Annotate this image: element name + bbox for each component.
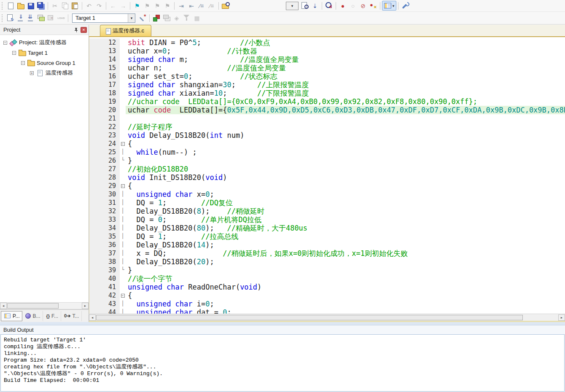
tab-books[interactable]: B... — [23, 311, 43, 321]
line-number[interactable]: 17 — [89, 81, 120, 89]
line-number[interactable]: 12 — [89, 38, 120, 47]
line-number[interactable]: 29 — [89, 182, 120, 190]
window-views-icon[interactable]: ▾ — [382, 1, 396, 11]
open-file-icon[interactable] — [16, 1, 26, 11]
line-number[interactable]: 18 — [89, 89, 120, 97]
clear-bookmarks-icon[interactable]: ⚑ — [162, 1, 172, 11]
editor-horizontal-scrollbar[interactable]: ◄ ► — [89, 314, 565, 321]
line-number[interactable]: 19 — [89, 97, 120, 106]
navigate-back-icon[interactable]: ← — [108, 1, 118, 11]
line-number[interactable]: 23 — [89, 131, 120, 140]
configuration-icon[interactable] — [400, 1, 410, 11]
next-bookmark-icon[interactable]: ⚑ — [152, 1, 162, 11]
line-number[interactable]: 39 — [89, 266, 120, 274]
incremental-find-icon[interactable]: ⇣ — [310, 1, 320, 11]
line-number[interactable]: 43 — [89, 300, 120, 308]
file-extensions-icon[interactable] — [161, 13, 172, 23]
batch-build-icon[interactable] — [36, 13, 46, 23]
insert-bookmark-icon[interactable]: ⚑ — [132, 1, 142, 11]
tree-item[interactable]: −Source Group 1 — [0, 58, 89, 68]
toolbar-gripper[interactable] — [2, 2, 4, 10]
code-editor[interactable]: 12sbit DIAN = P0^5; //小数点13uchar x=0; //… — [89, 37, 565, 314]
insert-breakpoint-icon[interactable]: ● — [338, 1, 348, 11]
scroll-right-arrow-icon[interactable]: ► — [82, 303, 89, 309]
paste-icon[interactable] — [70, 1, 80, 11]
tab-functions[interactable]: {}F... — [43, 311, 61, 321]
line-number[interactable]: 41 — [89, 283, 120, 291]
line-number[interactable]: 42 — [89, 291, 120, 300]
translate-file-icon[interactable] — [5, 13, 16, 23]
find-in-files-icon[interactable] — [221, 1, 231, 11]
unindent-icon[interactable]: ⇤ — [186, 1, 196, 11]
save-all-icon[interactable] — [36, 1, 46, 11]
line-number[interactable]: 37 — [89, 249, 120, 258]
line-number[interactable]: 32 — [89, 207, 120, 215]
previous-bookmark-icon[interactable]: ⚑ — [142, 1, 152, 11]
scroll-left-arrow-icon[interactable]: ◄ — [0, 303, 7, 309]
scrollbar-thumb[interactable] — [96, 315, 523, 320]
scroll-left-arrow-icon[interactable]: ◄ — [89, 314, 96, 321]
build-target-icon[interactable] — [16, 13, 26, 23]
line-number[interactable]: 28 — [89, 173, 120, 182]
software-packs-icon[interactable]: ▦ — [192, 13, 202, 23]
collapse-box-icon[interactable]: − — [3, 41, 7, 45]
navigate-forward-icon[interactable]: → — [118, 1, 128, 11]
line-number[interactable]: 31 — [89, 199, 120, 207]
tree-item[interactable]: +温度传感器 — [0, 68, 89, 78]
kill-all-breakpoints-icon[interactable] — [368, 1, 378, 11]
line-number[interactable]: 15 — [89, 64, 120, 72]
indent-icon[interactable]: ⇥ — [176, 1, 186, 11]
line-number[interactable]: 13 — [89, 47, 120, 55]
collapse-box-icon[interactable]: − — [12, 51, 16, 55]
line-number[interactable]: 22 — [89, 123, 120, 131]
line-number[interactable]: 38 — [89, 258, 120, 266]
fold-open-icon[interactable]: − — [120, 140, 126, 148]
close-icon[interactable]: ✕ — [81, 27, 87, 33]
project-horizontal-scrollbar[interactable]: ◄ ► — [0, 302, 89, 309]
target-select-combo[interactable]: Target 1▾ — [72, 13, 135, 23]
line-number[interactable]: 24 — [89, 140, 120, 148]
find-icon[interactable] — [300, 1, 310, 11]
comment-selection-icon[interactable]: ∕≡ — [196, 1, 207, 11]
manage-project-items-icon[interactable] — [151, 13, 161, 23]
line-number[interactable]: 21 — [89, 114, 120, 123]
cut-icon[interactable]: ✂ — [50, 1, 60, 11]
redo-icon[interactable]: ↷ — [94, 1, 104, 11]
tree-item[interactable]: −Project: 温度传感器 — [0, 38, 89, 48]
collapse-box-icon[interactable]: − — [21, 61, 25, 65]
line-number[interactable]: 25 — [89, 148, 120, 156]
tree-item[interactable]: −Target 1 — [0, 48, 89, 58]
fold-open-icon[interactable]: − — [120, 182, 126, 190]
select-device-icon[interactable]: ◈ — [172, 13, 182, 23]
build-output-log[interactable]: Rebuild target 'Target 1' compiling 温度传感… — [0, 334, 565, 392]
download-flash-icon[interactable]: LOAD — [56, 13, 66, 23]
fold-open-icon[interactable]: − — [120, 291, 126, 300]
pin-icon[interactable] — [73, 27, 79, 33]
line-number[interactable]: 34 — [89, 224, 120, 232]
uncomment-selection-icon[interactable]: ∕≡ — [207, 1, 217, 11]
line-number[interactable]: 30 — [89, 190, 120, 199]
expand-box-icon[interactable]: + — [30, 71, 34, 75]
line-number[interactable]: 44 — [89, 308, 120, 314]
line-number[interactable]: 16 — [89, 72, 120, 81]
chevron-down-icon[interactable]: ▾ — [128, 14, 135, 22]
scroll-right-arrow-icon[interactable]: ► — [558, 314, 565, 321]
tab-project[interactable]: P... — [1, 311, 22, 321]
line-number[interactable]: 40 — [89, 274, 120, 283]
stop-build-icon[interactable] — [46, 13, 56, 23]
new-file-icon[interactable] — [5, 1, 16, 11]
tab-templates[interactable]: 0➔T... — [62, 311, 82, 321]
toolbar-gripper[interactable] — [2, 14, 4, 22]
line-number[interactable]: 27 — [89, 165, 120, 173]
undo-icon[interactable]: ↶ — [84, 1, 94, 11]
line-number[interactable]: 35 — [89, 232, 120, 241]
line-number[interactable]: 33 — [89, 215, 120, 224]
copy-icon[interactable] — [60, 1, 70, 11]
disable-all-breakpoints-icon[interactable]: ⊘ — [358, 1, 368, 11]
rebuild-all-icon[interactable] — [26, 13, 36, 23]
project-tree[interactable]: −Project: 温度传感器−Target 1−Source Group 1+… — [0, 35, 89, 302]
line-number[interactable]: 26 — [89, 156, 120, 165]
line-number[interactable]: 20 — [89, 106, 120, 114]
save-icon[interactable] — [26, 1, 36, 11]
enable-breakpoint-icon[interactable]: ○ — [348, 1, 358, 11]
